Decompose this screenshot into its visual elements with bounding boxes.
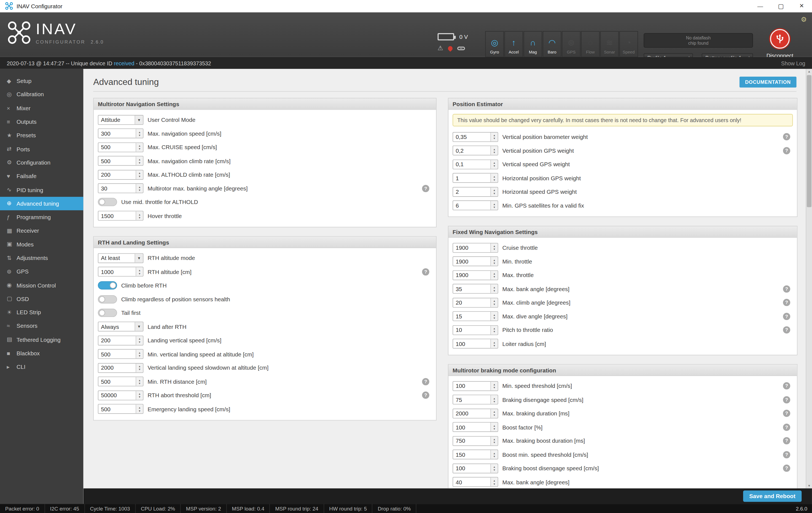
- sidebar-item-mixer[interactable]: ×Mixer: [0, 101, 83, 115]
- spinner-buttons[interactable]: ▲▼: [490, 201, 497, 210]
- minimize-button[interactable]: —: [750, 0, 771, 12]
- sidebar-item-setup[interactable]: ◆Setup: [0, 74, 83, 88]
- spinner-up-icon[interactable]: ▲: [493, 161, 496, 164]
- input-boost-factor[interactable]: 100▲▼: [453, 422, 498, 432]
- spinner-up-icon[interactable]: ▲: [493, 147, 496, 150]
- spinner-down-icon[interactable]: ▼: [138, 216, 141, 219]
- input-hover-throttle[interactable]: 1500▲▼: [98, 211, 143, 221]
- spinner-buttons[interactable]: ▲▼: [490, 284, 497, 293]
- help-icon[interactable]: ?: [783, 423, 790, 431]
- toggle-climb-regardless-of-position-sensors-health[interactable]: [98, 295, 117, 303]
- sidebar-item-modes[interactable]: ▣Modes: [0, 238, 83, 251]
- input-rth-abort-threshold-cm[interactable]: 50000▲▼: [98, 390, 143, 400]
- input-braking-disengage-speed-cm-s[interactable]: 75▲▼: [453, 395, 498, 405]
- sidebar-item-cli[interactable]: ▸CLI: [0, 360, 83, 373]
- spinner-buttons[interactable]: ▲▼: [136, 336, 143, 345]
- help-icon[interactable]: ?: [783, 396, 790, 403]
- sidebar-item-sensors[interactable]: ≈Sensors: [0, 319, 83, 333]
- spinner-buttons[interactable]: ▲▼: [136, 184, 143, 193]
- help-icon[interactable]: ?: [783, 133, 790, 140]
- help-icon[interactable]: ?: [783, 299, 790, 306]
- spinner-up-icon[interactable]: ▲: [138, 378, 141, 381]
- spinner-down-icon[interactable]: ▼: [138, 175, 141, 178]
- select-user-control-mode[interactable]: Attitude▼: [98, 115, 143, 125]
- spinner-down-icon[interactable]: ▼: [493, 164, 496, 167]
- spinner-buttons[interactable]: ▲▼: [490, 146, 497, 155]
- spinner-down-icon[interactable]: ▼: [493, 137, 496, 140]
- spinner-up-icon[interactable]: ▲: [493, 134, 496, 137]
- input-max-climb-angle-degrees[interactable]: 20▲▼: [453, 298, 498, 308]
- input-braking-boost-disengage-speed-cm-s[interactable]: 100▲▼: [453, 463, 498, 473]
- spinner-up-icon[interactable]: ▲: [493, 300, 496, 303]
- spinner-buttons[interactable]: ▲▼: [136, 129, 143, 138]
- input-max-cruise-speed-cm-s[interactable]: 500▲▼: [98, 142, 143, 152]
- spinner-buttons[interactable]: ▲▼: [490, 478, 497, 487]
- spinner-up-icon[interactable]: ▲: [493, 245, 496, 248]
- input-max-dive-angle-degrees[interactable]: 15▲▼: [453, 312, 498, 321]
- spinner-up-icon[interactable]: ▲: [493, 452, 496, 455]
- sidebar-item-calibration[interactable]: ◎Calibration: [0, 88, 83, 101]
- spinner-buttons[interactable]: ▲▼: [490, 160, 497, 169]
- sidebar-item-advanced-tuning[interactable]: ⊕Advanced tuning: [0, 197, 83, 210]
- spinner-down-icon[interactable]: ▼: [493, 178, 496, 181]
- sidebar-item-configuration[interactable]: ⚙Configuration: [0, 156, 83, 169]
- help-icon[interactable]: ?: [783, 147, 790, 154]
- disconnect-button[interactable]: Disconnect: [765, 29, 795, 58]
- help-icon[interactable]: ?: [422, 268, 429, 275]
- help-icon[interactable]: ?: [783, 451, 790, 458]
- spinner-buttons[interactable]: ▲▼: [490, 244, 497, 252]
- spinner-up-icon[interactable]: ▲: [138, 269, 141, 272]
- spinner-down-icon[interactable]: ▼: [138, 134, 141, 137]
- spinner-down-icon[interactable]: ▼: [138, 381, 141, 384]
- spinner-up-icon[interactable]: ▲: [493, 410, 496, 413]
- spinner-buttons[interactable]: ▲▼: [136, 143, 143, 152]
- scrollbar-thumb[interactable]: [807, 75, 811, 207]
- sidebar-item-pid-tuning[interactable]: ∿PID tuning: [0, 183, 83, 197]
- spinner-up-icon[interactable]: ▲: [138, 213, 141, 216]
- spinner-down-icon[interactable]: ▼: [138, 368, 141, 371]
- help-icon[interactable]: ?: [783, 285, 790, 292]
- spinner-up-icon[interactable]: ▲: [493, 479, 496, 482]
- spinner-down-icon[interactable]: ▼: [493, 414, 496, 417]
- input-vertical-position-gps-weight[interactable]: 0,2▲▼: [453, 146, 498, 155]
- spinner-buttons[interactable]: ▲▼: [490, 257, 497, 266]
- input-min-throttle[interactable]: 1900▲▼: [453, 256, 498, 266]
- scroll-down-icon[interactable]: ▼: [806, 484, 812, 487]
- select-land-after-rth[interactable]: Always▼: [98, 322, 143, 332]
- spinner-buttons[interactable]: ▲▼: [136, 211, 143, 220]
- spinner-down-icon[interactable]: ▼: [138, 272, 141, 275]
- help-icon[interactable]: ?: [783, 465, 790, 472]
- input-pitch-to-throttle-ratio[interactable]: 10▲▼: [453, 325, 498, 335]
- spinner-down-icon[interactable]: ▼: [493, 261, 496, 264]
- spinner-buttons[interactable]: ▲▼: [490, 409, 497, 418]
- spinner-up-icon[interactable]: ▲: [493, 258, 496, 261]
- spinner-up-icon[interactable]: ▲: [138, 365, 141, 368]
- spinner-down-icon[interactable]: ▼: [493, 427, 496, 430]
- spinner-buttons[interactable]: ▲▼: [490, 464, 497, 473]
- help-icon[interactable]: ?: [422, 392, 429, 399]
- sidebar-item-gps[interactable]: ⊚GPS: [0, 265, 83, 278]
- maximize-button[interactable]: ▢: [771, 0, 791, 12]
- spinner-buttons[interactable]: ▲▼: [136, 267, 143, 276]
- show-log-button[interactable]: Show Log: [781, 60, 805, 66]
- input-max-braking-boost-duration-ms[interactable]: 750▲▼: [453, 436, 498, 446]
- spinner-down-icon[interactable]: ▼: [493, 303, 496, 306]
- spinner-buttons[interactable]: ▲▼: [490, 450, 497, 459]
- spinner-down-icon[interactable]: ▼: [493, 441, 496, 444]
- input-horizontal-position-gps-weight[interactable]: 1▲▼: [453, 173, 498, 183]
- spinner-buttons[interactable]: ▲▼: [490, 423, 497, 432]
- sidebar-item-led-strip[interactable]: ☀LED Strip: [0, 306, 83, 319]
- spinner-up-icon[interactable]: ▲: [493, 397, 496, 400]
- input-boost-min-speed-threshold-cm-s[interactable]: 150▲▼: [453, 450, 498, 459]
- sidebar-item-ports[interactable]: ⇄Ports: [0, 142, 83, 156]
- spinner-buttons[interactable]: ▲▼: [136, 405, 143, 414]
- toggle-use-mid-throttle-for-althold[interactable]: [98, 198, 117, 206]
- sidebar-item-osd[interactable]: ▢OSD: [0, 292, 83, 306]
- spinner-buttons[interactable]: ▲▼: [490, 271, 497, 280]
- spinner-down-icon[interactable]: ▼: [138, 340, 141, 343]
- sidebar-item-outputs[interactable]: ≡Outputs: [0, 115, 83, 129]
- sidebar-item-presets[interactable]: ★Presets: [0, 129, 83, 142]
- input-max-althold-climb-rate-cm-s[interactable]: 200▲▼: [98, 170, 143, 180]
- spinner-up-icon[interactable]: ▲: [493, 424, 496, 427]
- spinner-buttons[interactable]: ▲▼: [490, 298, 497, 307]
